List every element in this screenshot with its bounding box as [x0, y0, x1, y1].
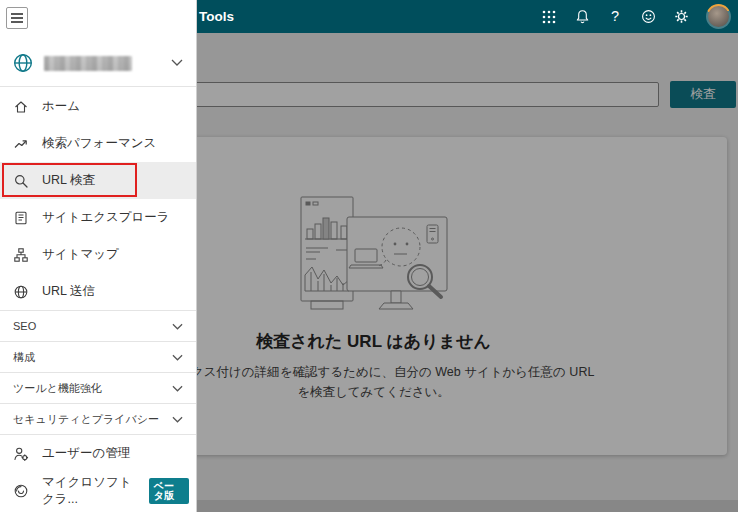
sidebar-item-label: サイトエクスプローラ	[42, 209, 170, 226]
sidebar-bottom-items: ユーザーの管理 マイクロソフトクラ... ベータ版	[0, 435, 196, 509]
home-icon	[13, 99, 29, 115]
section-label: セキュリティとプライバシー	[13, 412, 159, 427]
sidebar-item-label: ホーム	[42, 98, 80, 115]
hamburger-menu-button[interactable]	[6, 7, 28, 29]
notifications-bell-icon[interactable]	[574, 9, 590, 25]
apps-grid-icon[interactable]	[541, 9, 557, 25]
chevron-down-icon	[171, 59, 183, 66]
feedback-smiley-icon[interactable]	[640, 9, 656, 25]
search-icon	[13, 173, 29, 189]
app-title: Tools	[199, 0, 234, 33]
site-name-redacted	[44, 56, 132, 71]
sidebar-section-tools[interactable]: ツールと機能強化	[0, 372, 196, 403]
help-icon[interactable]: ?	[607, 9, 623, 25]
site-explorer-icon	[13, 210, 29, 226]
sidebar-item-label: URL 送信	[42, 283, 95, 300]
sitemap-icon	[13, 247, 29, 263]
navigation-sidebar: ホーム 検索パフォーマンス URL 検査 サイトエクスプローラ	[0, 0, 197, 512]
sidebar-item-url-inspection[interactable]: URL 検査	[0, 162, 196, 199]
sidebar-item-label: URL 検査	[42, 172, 95, 189]
chevron-down-icon	[172, 351, 183, 363]
trending-up-icon	[13, 136, 29, 152]
sidebar-sections: SEO 構成 ツールと機能強化 セキュリティとプライバシー	[0, 310, 196, 435]
chevron-down-icon	[172, 382, 183, 394]
header-icon-group: ?	[541, 0, 731, 33]
sidebar-item-sitemaps[interactable]: サイトマップ	[0, 236, 196, 273]
sidebar-section-security-privacy[interactable]: セキュリティとプライバシー	[0, 403, 196, 434]
section-label: SEO	[13, 320, 36, 332]
sidebar-nav: ホーム 検索パフォーマンス URL 検査 サイトエクスプローラ	[0, 88, 196, 310]
sidebar-item-user-management[interactable]: ユーザーの管理	[0, 435, 196, 472]
globe-icon	[13, 284, 29, 300]
sidebar-item-home[interactable]: ホーム	[0, 88, 196, 125]
sidebar-item-label: ユーザーの管理	[42, 445, 130, 462]
settings-gear-icon[interactable]	[673, 9, 689, 25]
chevron-down-icon	[172, 413, 183, 425]
sidebar-item-search-performance[interactable]: 検索パフォーマンス	[0, 125, 196, 162]
bing-webmaster-tools-app: Tools ?	[0, 0, 738, 512]
sidebar-item-label: マイクロソフトクラ...	[42, 474, 136, 508]
section-label: ツールと機能強化	[13, 381, 102, 396]
sidebar-divider	[0, 86, 196, 87]
site-selector[interactable]	[0, 46, 196, 80]
site-globe-icon	[12, 52, 34, 74]
user-settings-icon	[13, 446, 29, 462]
sidebar-section-configuration[interactable]: 構成	[0, 341, 196, 372]
section-label: 構成	[13, 350, 35, 365]
sidebar-item-url-submission[interactable]: URL 送信	[0, 273, 196, 310]
sidebar-item-label: 検索パフォーマンス	[42, 135, 156, 152]
sidebar-item-label: サイトマップ	[42, 246, 119, 263]
user-avatar[interactable]	[706, 4, 731, 29]
clarity-icon	[13, 483, 29, 499]
beta-badge: ベータ版	[149, 478, 189, 504]
sidebar-item-microsoft-clarity[interactable]: マイクロソフトクラ... ベータ版	[0, 472, 196, 509]
chevron-down-icon	[172, 320, 183, 332]
sidebar-item-site-explorer[interactable]: サイトエクスプローラ	[0, 199, 196, 236]
sidebar-section-seo[interactable]: SEO	[0, 310, 196, 341]
